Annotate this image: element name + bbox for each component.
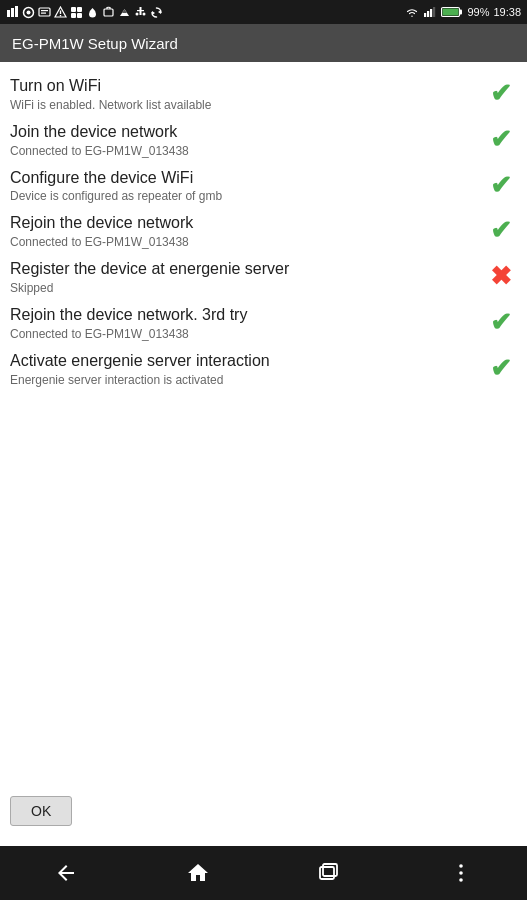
battery-icon <box>441 6 463 18</box>
setup-item-register-device-server: Register the device at energenie server … <box>10 253 517 299</box>
setup-item-title: Activate energenie server interaction <box>10 351 475 372</box>
check-icon: ✔ <box>490 355 512 381</box>
title-bar: EG-PM1W Setup Wizard <box>0 24 527 62</box>
svg-rect-0 <box>7 10 10 17</box>
svg-point-18 <box>136 12 139 15</box>
check-icon: ✔ <box>490 217 512 243</box>
setup-item-rejoin-device-network: Rejoin the device network Connected to E… <box>10 207 517 253</box>
setup-item-text: Rejoin the device network Connected to E… <box>10 213 485 249</box>
time: 19:38 <box>493 6 521 18</box>
setup-item-rejoin-3rd-try: Rejoin the device network. 3rd try Conne… <box>10 299 517 345</box>
svg-point-31 <box>459 864 463 868</box>
nav-bar <box>0 846 527 900</box>
setup-item-configure-device-wifi: Configure the device WiFi Device is conf… <box>10 162 517 208</box>
svg-rect-11 <box>71 7 76 12</box>
home-button[interactable] <box>168 853 228 893</box>
svg-rect-5 <box>39 8 50 16</box>
notification-icon-usb <box>134 6 147 19</box>
setup-item-subtitle: Device is configured as repeater of gmb <box>10 189 475 203</box>
check-icon: ✔ <box>490 172 512 198</box>
notification-icon-1 <box>6 6 19 19</box>
svg-rect-23 <box>427 11 429 17</box>
check-icon: ✔ <box>490 309 512 335</box>
more-button[interactable] <box>431 853 491 893</box>
svg-point-33 <box>459 878 463 882</box>
setup-item-text: Join the device network Connected to EG-… <box>10 122 485 158</box>
notification-icon-3 <box>38 6 51 19</box>
svg-marker-21 <box>152 11 155 15</box>
notification-icon-sync <box>150 6 163 19</box>
setup-item-join-device-network: Join the device network Connected to EG-… <box>10 116 517 162</box>
setup-item-icon: ✔ <box>485 168 517 198</box>
wifi-icon <box>405 5 419 19</box>
notification-icon-2 <box>22 6 35 19</box>
svg-rect-24 <box>430 9 432 17</box>
setup-item-subtitle: Connected to EG-PM1W_013438 <box>10 235 475 249</box>
recents-button[interactable] <box>299 853 359 893</box>
setup-item-text: Register the device at energenie server … <box>10 259 485 295</box>
svg-rect-12 <box>77 7 82 12</box>
svg-rect-6 <box>41 10 48 11</box>
setup-item-icon: ✔ <box>485 305 517 335</box>
svg-rect-27 <box>460 10 463 15</box>
app-title: EG-PM1W Setup Wizard <box>12 35 178 52</box>
setup-item-title: Register the device at energenie server <box>10 259 475 280</box>
setup-item-icon: ✔ <box>485 351 517 381</box>
svg-rect-15 <box>104 9 113 16</box>
setup-item-icon: ✔ <box>485 122 517 152</box>
svg-rect-13 <box>71 13 76 18</box>
svg-rect-17 <box>137 10 144 11</box>
svg-point-32 <box>459 871 463 875</box>
svg-rect-14 <box>77 13 82 18</box>
svg-rect-22 <box>424 13 426 17</box>
svg-rect-2 <box>15 6 18 17</box>
setup-item-icon: ✔ <box>485 76 517 106</box>
setup-item-subtitle: Skipped <box>10 281 475 295</box>
check-icon: ✔ <box>490 126 512 152</box>
status-icons-left <box>6 6 163 19</box>
battery-percent: 99% <box>467 6 489 18</box>
setup-item-subtitle: Energenie server interaction is activate… <box>10 373 475 387</box>
setup-item-title: Rejoin the device network. 3rd try <box>10 305 475 326</box>
notification-icon-5 <box>70 6 83 19</box>
setup-item-icon: ✔ <box>485 213 517 243</box>
svg-rect-1 <box>11 8 14 17</box>
main-content: Turn on WiFi WiFi is enabled. Network li… <box>0 62 527 846</box>
setup-list: Turn on WiFi WiFi is enabled. Network li… <box>10 70 517 788</box>
setup-item-text: Rejoin the device network. 3rd try Conne… <box>10 305 485 341</box>
setup-item-subtitle: Connected to EG-PM1W_013438 <box>10 144 475 158</box>
setup-item-subtitle: Connected to EG-PM1W_013438 <box>10 327 475 341</box>
notification-icon-4 <box>54 6 67 19</box>
svg-rect-28 <box>443 9 459 16</box>
setup-item-title: Rejoin the device network <box>10 213 475 234</box>
setup-item-text: Turn on WiFi WiFi is enabled. Network li… <box>10 76 485 112</box>
check-icon: ✔ <box>490 80 512 106</box>
status-bar: 99% 19:38 <box>0 0 527 24</box>
notification-icon-7 <box>102 6 115 19</box>
svg-point-19 <box>143 12 146 15</box>
setup-item-title: Turn on WiFi <box>10 76 475 97</box>
setup-item-title: Join the device network <box>10 122 475 143</box>
setup-item-icon: ✖ <box>485 259 517 289</box>
signal-icon <box>423 5 437 19</box>
svg-rect-25 <box>433 7 435 17</box>
setup-item-subtitle: WiFi is enabled. Network list available <box>10 98 475 112</box>
svg-point-4 <box>27 10 31 14</box>
svg-marker-20 <box>158 10 161 14</box>
ok-button[interactable]: OK <box>10 796 72 826</box>
back-button[interactable] <box>36 853 96 893</box>
notification-icon-6 <box>86 6 99 19</box>
svg-rect-10 <box>60 15 61 16</box>
svg-rect-9 <box>60 10 61 14</box>
svg-rect-7 <box>41 12 46 13</box>
setup-item-title: Configure the device WiFi <box>10 168 475 189</box>
setup-item-text: Activate energenie server interaction En… <box>10 351 485 387</box>
status-icons-right: 99% 19:38 <box>405 5 521 19</box>
setup-item-turn-on-wifi: Turn on WiFi WiFi is enabled. Network li… <box>10 70 517 116</box>
cross-icon: ✖ <box>490 263 512 289</box>
notification-icon-8 <box>118 6 131 19</box>
setup-item-activate-energenie: Activate energenie server interaction En… <box>10 345 517 391</box>
ok-button-area: OK <box>10 788 517 838</box>
setup-item-text: Configure the device WiFi Device is conf… <box>10 168 485 204</box>
